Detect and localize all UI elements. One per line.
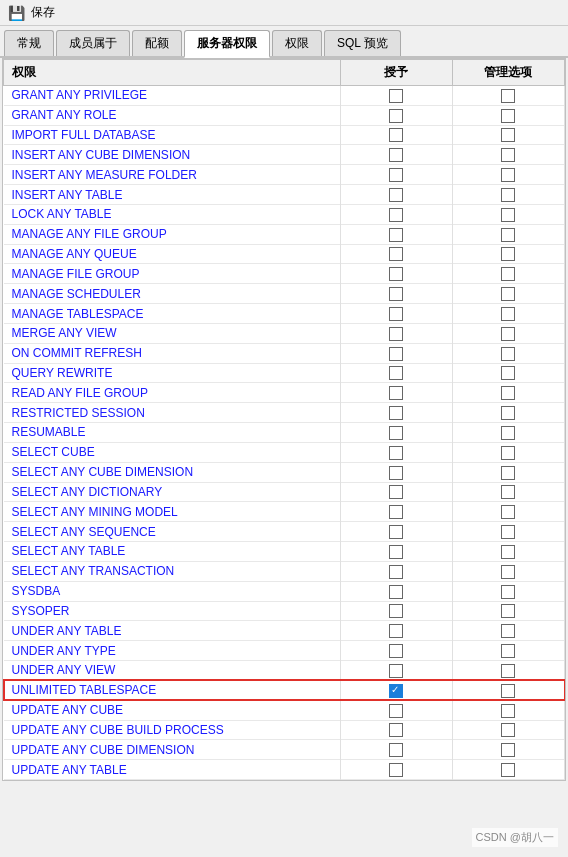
grant-checkbox-input[interactable] xyxy=(389,664,403,678)
admin-checkbox[interactable] xyxy=(452,740,564,760)
grant-checkbox[interactable] xyxy=(340,641,452,661)
admin-checkbox[interactable] xyxy=(452,680,564,700)
grant-checkbox[interactable] xyxy=(340,165,452,185)
grant-checkbox-input[interactable] xyxy=(389,347,403,361)
admin-checkbox-input[interactable] xyxy=(501,109,515,123)
admin-checkbox-input[interactable] xyxy=(501,525,515,539)
grant-checkbox[interactable] xyxy=(340,561,452,581)
grant-checkbox[interactable] xyxy=(340,383,452,403)
grant-checkbox[interactable] xyxy=(340,661,452,681)
grant-checkbox-input[interactable] xyxy=(389,267,403,281)
admin-checkbox[interactable] xyxy=(452,343,564,363)
grant-checkbox[interactable] xyxy=(340,224,452,244)
admin-checkbox[interactable] xyxy=(452,86,564,106)
admin-checkbox[interactable] xyxy=(452,403,564,423)
admin-checkbox[interactable] xyxy=(452,561,564,581)
grant-checkbox-input[interactable] xyxy=(389,426,403,440)
admin-checkbox-input[interactable] xyxy=(501,168,515,182)
admin-checkbox-input[interactable] xyxy=(501,446,515,460)
admin-checkbox-input[interactable] xyxy=(501,684,515,698)
admin-checkbox[interactable] xyxy=(452,502,564,522)
grant-checkbox[interactable] xyxy=(340,145,452,165)
tab-SQL预览[interactable]: SQL 预览 xyxy=(324,30,401,56)
grant-checkbox-input[interactable] xyxy=(389,704,403,718)
grant-checkbox-input[interactable] xyxy=(389,763,403,777)
grant-checkbox[interactable] xyxy=(340,403,452,423)
grant-checkbox-input[interactable] xyxy=(389,585,403,599)
admin-checkbox-input[interactable] xyxy=(501,406,515,420)
admin-checkbox-input[interactable] xyxy=(501,307,515,321)
grant-checkbox-input[interactable] xyxy=(389,406,403,420)
grant-checkbox-input[interactable] xyxy=(389,128,403,142)
admin-checkbox-input[interactable] xyxy=(501,763,515,777)
admin-checkbox-input[interactable] xyxy=(501,89,515,103)
admin-checkbox[interactable] xyxy=(452,185,564,205)
grant-checkbox-input[interactable] xyxy=(389,723,403,737)
admin-checkbox[interactable] xyxy=(452,601,564,621)
admin-checkbox[interactable] xyxy=(452,125,564,145)
grant-checkbox-input[interactable] xyxy=(389,327,403,341)
grant-checkbox[interactable] xyxy=(340,462,452,482)
grant-checkbox-input[interactable] xyxy=(389,228,403,242)
grant-checkbox[interactable] xyxy=(340,284,452,304)
admin-checkbox-input[interactable] xyxy=(501,485,515,499)
admin-checkbox[interactable] xyxy=(452,204,564,224)
grant-checkbox-input[interactable] xyxy=(389,684,403,698)
grant-checkbox-input[interactable] xyxy=(389,208,403,222)
admin-checkbox-input[interactable] xyxy=(501,466,515,480)
admin-checkbox-input[interactable] xyxy=(501,426,515,440)
admin-checkbox-input[interactable] xyxy=(501,743,515,757)
grant-checkbox-input[interactable] xyxy=(389,109,403,123)
grant-checkbox[interactable] xyxy=(340,700,452,720)
grant-checkbox[interactable] xyxy=(340,581,452,601)
admin-checkbox[interactable] xyxy=(452,522,564,542)
grant-checkbox-input[interactable] xyxy=(389,287,403,301)
admin-checkbox[interactable] xyxy=(452,304,564,324)
admin-checkbox-input[interactable] xyxy=(501,585,515,599)
admin-checkbox-input[interactable] xyxy=(501,347,515,361)
admin-checkbox[interactable] xyxy=(452,760,564,780)
admin-checkbox-input[interactable] xyxy=(501,247,515,261)
admin-checkbox[interactable] xyxy=(452,264,564,284)
admin-checkbox[interactable] xyxy=(452,661,564,681)
grant-checkbox[interactable] xyxy=(340,86,452,106)
admin-checkbox-input[interactable] xyxy=(501,505,515,519)
grant-checkbox[interactable] xyxy=(340,522,452,542)
grant-checkbox[interactable] xyxy=(340,423,452,443)
grant-checkbox-input[interactable] xyxy=(389,525,403,539)
admin-checkbox[interactable] xyxy=(452,700,564,720)
admin-checkbox[interactable] xyxy=(452,224,564,244)
admin-checkbox-input[interactable] xyxy=(501,545,515,559)
admin-checkbox-input[interactable] xyxy=(501,386,515,400)
admin-checkbox[interactable] xyxy=(452,323,564,343)
admin-checkbox-input[interactable] xyxy=(501,366,515,380)
grant-checkbox[interactable] xyxy=(340,621,452,641)
grant-checkbox[interactable] xyxy=(340,760,452,780)
admin-checkbox[interactable] xyxy=(452,284,564,304)
grant-checkbox-input[interactable] xyxy=(389,466,403,480)
grant-checkbox-input[interactable] xyxy=(389,366,403,380)
grant-checkbox-input[interactable] xyxy=(389,188,403,202)
grant-checkbox[interactable] xyxy=(340,343,452,363)
grant-checkbox[interactable] xyxy=(340,680,452,700)
grant-checkbox[interactable] xyxy=(340,244,452,264)
admin-checkbox[interactable] xyxy=(452,363,564,383)
grant-checkbox[interactable] xyxy=(340,304,452,324)
tab-成员属于[interactable]: 成员属于 xyxy=(56,30,130,56)
grant-checkbox[interactable] xyxy=(340,601,452,621)
grant-checkbox-input[interactable] xyxy=(389,565,403,579)
admin-checkbox-input[interactable] xyxy=(501,644,515,658)
grant-checkbox[interactable] xyxy=(340,185,452,205)
admin-checkbox[interactable] xyxy=(452,244,564,264)
admin-checkbox-input[interactable] xyxy=(501,723,515,737)
grant-checkbox-input[interactable] xyxy=(389,446,403,460)
grant-checkbox[interactable] xyxy=(340,363,452,383)
admin-checkbox-input[interactable] xyxy=(501,267,515,281)
grant-checkbox-input[interactable] xyxy=(389,743,403,757)
admin-checkbox-input[interactable] xyxy=(501,327,515,341)
grant-checkbox-input[interactable] xyxy=(389,644,403,658)
grant-checkbox-input[interactable] xyxy=(389,624,403,638)
grant-checkbox-input[interactable] xyxy=(389,307,403,321)
admin-checkbox[interactable] xyxy=(452,641,564,661)
admin-checkbox-input[interactable] xyxy=(501,604,515,618)
